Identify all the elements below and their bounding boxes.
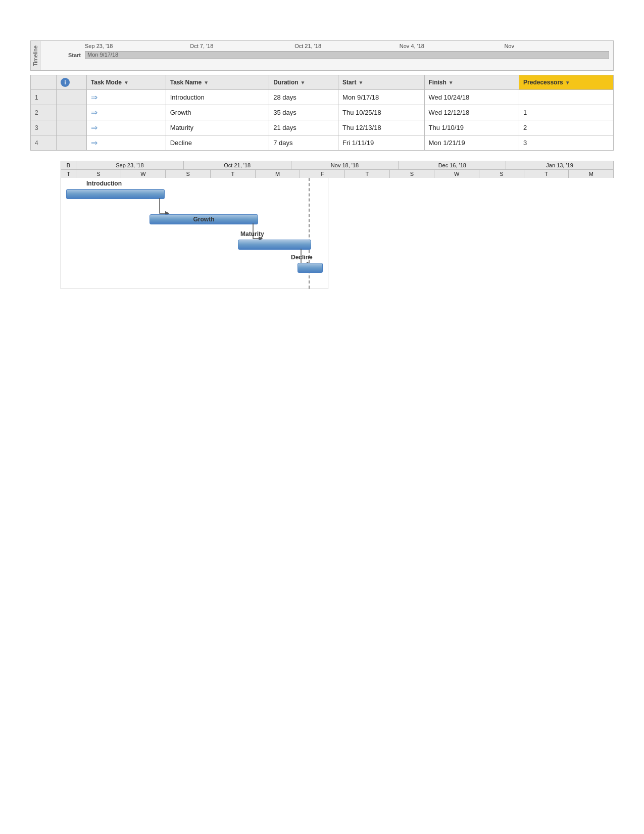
taskmode-icon: ⇒ bbox=[91, 108, 97, 117]
row-duration: 35 days bbox=[269, 105, 338, 120]
gantt-t-label: T bbox=[61, 170, 76, 178]
gantt-section: B Sep 23, '18 Oct 21, '18 Nov 18, '18 De… bbox=[61, 161, 614, 289]
timeline-dates-row: Sep 23, '18 Oct 7, '18 Oct 21, '18 Nov 4… bbox=[44, 43, 609, 49]
gantt-day-2: W bbox=[121, 170, 166, 178]
th-finish: Finish ▼ bbox=[424, 75, 519, 90]
row-predecessors: 1 bbox=[519, 105, 614, 120]
gantt-table: i Task Mode ▼ Task Name ▼ Duration ▼ bbox=[30, 75, 614, 151]
timeline-section: Timeline Sep 23, '18 Oct 7, '18 Oct 21, … bbox=[30, 40, 614, 71]
taskmode-icon: ⇒ bbox=[91, 93, 97, 102]
info-icon: i bbox=[61, 78, 70, 87]
gantt-day-5: M bbox=[256, 170, 301, 178]
gantt-day-4: T bbox=[211, 170, 256, 178]
timeline-date-5: Nov bbox=[504, 43, 609, 49]
timeline-start-bar: Mon 9/17/18 bbox=[85, 51, 609, 59]
row-taskmode: ⇒ bbox=[86, 120, 166, 135]
timeline-start-row: Start Mon 9/17/18 bbox=[44, 51, 609, 59]
taskmode-icon: ⇒ bbox=[91, 138, 97, 147]
row-num: 4 bbox=[31, 135, 57, 151]
row-predecessors: 2 bbox=[519, 120, 614, 135]
row-duration: 7 days bbox=[269, 135, 338, 151]
timeline-date-2: Oct 7, '18 bbox=[190, 43, 295, 49]
row-start: Thu 10/25/18 bbox=[338, 105, 424, 120]
finish-filter-arrow[interactable]: ▼ bbox=[449, 80, 454, 85]
gantt-period-5: Jan 13, '19 bbox=[506, 161, 613, 169]
row-taskmode: ⇒ bbox=[86, 90, 166, 105]
gantt-day-12: M bbox=[569, 170, 613, 178]
growth-bar-label: Growth bbox=[193, 216, 215, 223]
row-duration: 28 days bbox=[269, 90, 338, 105]
gantt-period-4: Dec 16, '18 bbox=[399, 161, 506, 169]
row-finish: Thu 1/10/19 bbox=[424, 120, 519, 135]
timeline-start-date: Mon 9/17/18 bbox=[85, 52, 118, 58]
gantt-day-1: S bbox=[76, 170, 121, 178]
row-info bbox=[57, 120, 87, 135]
th-duration: Duration ▼ bbox=[269, 75, 338, 90]
gantt-bar-intro bbox=[66, 189, 165, 199]
th-num bbox=[31, 75, 57, 90]
row-taskname: Introduction bbox=[166, 90, 269, 105]
gantt-header-row2: T S W S T M F T S W S T M bbox=[61, 170, 613, 178]
row-taskname: Decline bbox=[166, 135, 269, 151]
gantt-period-1: Sep 23, '18 bbox=[76, 161, 184, 169]
row-start: Fri 1/11/19 bbox=[338, 135, 424, 151]
gantt-day-8: S bbox=[390, 170, 435, 178]
table-row: 2⇒Growth35 daysThu 10/25/18Wed 12/12/181 bbox=[31, 105, 614, 120]
gantt-b-label: B bbox=[61, 161, 76, 169]
th-taskname: Task Name ▼ bbox=[166, 75, 269, 90]
gantt-bar-decline bbox=[298, 263, 323, 273]
table-row: 1⇒Introduction28 daysMon 9/17/18Wed 10/2… bbox=[31, 90, 614, 105]
timeline-right: Sep 23, '18 Oct 7, '18 Oct 21, '18 Nov 4… bbox=[40, 40, 614, 71]
row-duration: 21 days bbox=[269, 120, 338, 135]
row-start: Mon 9/17/18 bbox=[338, 90, 424, 105]
start-filter-arrow[interactable]: ▼ bbox=[358, 80, 363, 85]
maturity-label: Maturity bbox=[240, 230, 264, 238]
row-finish: Wed 12/12/18 bbox=[424, 105, 519, 120]
row-predecessors bbox=[519, 90, 614, 105]
timeline-start-label: Start bbox=[44, 52, 85, 58]
th-predecessors: Predecessors ▼ bbox=[519, 75, 614, 90]
row-predecessors: 3 bbox=[519, 135, 614, 151]
predecessors-filter-arrow[interactable]: ▼ bbox=[565, 80, 570, 85]
duration-filter-arrow[interactable]: ▼ bbox=[301, 80, 306, 85]
row-taskname: Maturity bbox=[166, 120, 269, 135]
timeline-date-3: Oct 21, '18 bbox=[294, 43, 400, 49]
gantt-day-9: W bbox=[434, 170, 479, 178]
row-num: 1 bbox=[31, 90, 57, 105]
taskname-filter-arrow[interactable]: ▼ bbox=[204, 80, 209, 85]
table-row: 3⇒Maturity21 daysThu 12/13/18Thu 1/10/19… bbox=[31, 120, 614, 135]
timeline-date-1: Sep 23, '18 bbox=[85, 43, 190, 49]
decline-label: Decline bbox=[291, 254, 313, 261]
gantt-bar-growth: Growth bbox=[150, 214, 258, 224]
row-taskmode: ⇒ bbox=[86, 105, 166, 120]
th-info: i bbox=[57, 75, 87, 90]
gantt-day-6: F bbox=[300, 170, 345, 178]
gantt-day-3: S bbox=[166, 170, 211, 178]
gantt-header-wrapper: B Sep 23, '18 Oct 21, '18 Nov 18, '18 De… bbox=[61, 161, 614, 178]
row-info bbox=[57, 135, 87, 151]
taskmode-icon: ⇒ bbox=[91, 123, 97, 132]
taskmode-filter-arrow[interactable]: ▼ bbox=[124, 80, 129, 85]
intro-label: Introduction bbox=[86, 180, 122, 187]
gantt-period-2: Oct 21, '18 bbox=[184, 161, 291, 169]
row-num: 3 bbox=[31, 120, 57, 135]
th-taskmode: Task Mode ▼ bbox=[86, 75, 166, 90]
gantt-day-7: T bbox=[345, 170, 390, 178]
row-info bbox=[57, 105, 87, 120]
timeline-date-4: Nov 4, '18 bbox=[400, 43, 505, 49]
row-finish: Mon 1/21/19 bbox=[424, 135, 519, 151]
row-info bbox=[57, 90, 87, 105]
gantt-day-10: S bbox=[479, 170, 524, 178]
gantt-body: Introduction Growth Maturity bbox=[61, 178, 328, 289]
gantt-day-11: T bbox=[524, 170, 569, 178]
row-taskname: Growth bbox=[166, 105, 269, 120]
row-taskmode: ⇒ bbox=[86, 135, 166, 151]
gantt-header-row1: B Sep 23, '18 Oct 21, '18 Nov 18, '18 De… bbox=[61, 161, 613, 170]
row-finish: Wed 10/24/18 bbox=[424, 90, 519, 105]
table-row: 4⇒Decline7 daysFri 1/11/19Mon 1/21/193 bbox=[31, 135, 614, 151]
timeline-label: Timeline bbox=[30, 40, 40, 71]
row-start: Thu 12/13/18 bbox=[338, 120, 424, 135]
row-num: 2 bbox=[31, 105, 57, 120]
th-start: Start ▼ bbox=[338, 75, 424, 90]
gantt-period-3: Nov 18, '18 bbox=[291, 161, 399, 169]
